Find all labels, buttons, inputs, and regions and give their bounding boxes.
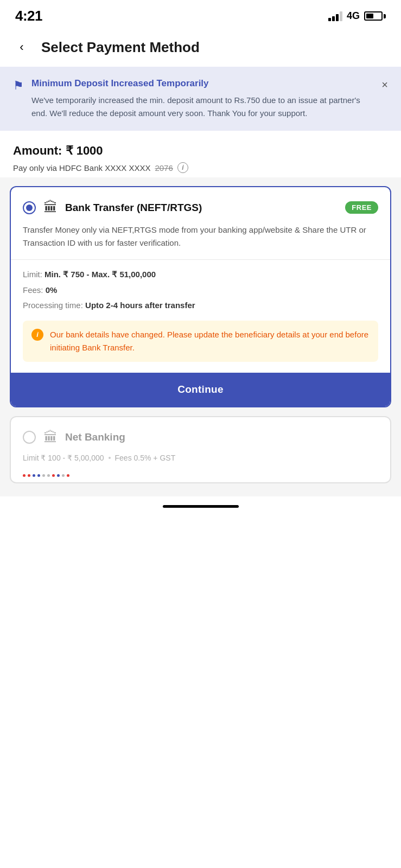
bank-transfer-card[interactable]: 🏛 Bank Transfer (NEFT/RTGS) FREE Transfe… (10, 186, 391, 407)
net-banking-meta: Limit ₹ 100 - ₹ 5,00,000 Fees 0.5% + GST (23, 454, 378, 462)
header: ‹ Select Payment Method (0, 30, 401, 67)
page-title: Select Payment Method (41, 39, 200, 56)
home-bar (163, 505, 239, 508)
notice-banner: ⚑ Minimum Deposit Increased Temporarily … (0, 67, 401, 131)
bank-icon: 🏛 (43, 199, 58, 216)
net-banking-header: 🏛 Net Banking (23, 429, 378, 446)
bank-transfer-description: Transfer Money only via NEFT,RTGS mode f… (23, 224, 378, 250)
fees-value: 0% (46, 285, 58, 295)
dot-4 (37, 474, 40, 477)
meta-dot (109, 457, 111, 459)
status-bar: 4:21 4G (0, 0, 401, 30)
network-type: 4G (347, 10, 360, 22)
dot-7 (52, 474, 55, 477)
signal-bar-1 (328, 18, 331, 21)
account-number: 2076 (155, 163, 173, 173)
net-banking-fees: Fees 0.5% + GST (115, 454, 176, 462)
warning-text: Our bank details have changed. Please up… (50, 328, 370, 354)
dot-6 (47, 474, 50, 477)
dot-9 (62, 474, 65, 477)
signal-icon (328, 11, 342, 21)
card-divider (11, 259, 390, 260)
notice-content: ⚑ Minimum Deposit Increased Temporarily … (13, 78, 373, 120)
notice-close-button[interactable]: × (381, 79, 388, 91)
battery-fill (366, 14, 373, 18)
warning-box: i Our bank details have changed. Please … (23, 321, 378, 362)
battery-tip (384, 14, 386, 18)
card-header: 🏛 Bank Transfer (NEFT/RTGS) FREE (23, 199, 378, 216)
status-time: 4:21 (15, 8, 42, 24)
pay-via-text: Pay only via HDFC Bank XXXX XXXX 2076 i (13, 162, 388, 173)
processing-row: Processing time: Upto 2-4 hours after tr… (23, 299, 378, 312)
dot-5 (42, 474, 45, 477)
flag-icon: ⚑ (13, 79, 24, 120)
notice-text-block: Minimum Deposit Increased Temporarily We… (31, 78, 373, 120)
dot-2 (28, 474, 30, 477)
status-icons: 4G (328, 10, 386, 22)
bank-transfer-title: Bank Transfer (NEFT/RTGS) (65, 202, 338, 214)
battery-icon (364, 11, 386, 21)
continue-button[interactable]: Continue (11, 373, 390, 406)
radio-inner (26, 205, 33, 211)
net-banking-title: Net Banking (65, 431, 378, 443)
pay-via-prefix: Pay only via HDFC Bank XXXX XXXX (13, 163, 150, 173)
bank-transfer-radio[interactable] (23, 201, 36, 214)
dot-8 (57, 474, 60, 477)
signal-bar-2 (332, 16, 335, 21)
processing-value: Upto 2-4 hours after transfer (85, 301, 195, 310)
card-details: Limit: Min. ₹ 750 - Max. ₹ 51,00,000 Fee… (23, 269, 378, 312)
signal-bar-4 (340, 11, 342, 21)
net-banking-radio[interactable] (23, 431, 36, 444)
net-banking-icon: 🏛 (43, 429, 58, 446)
info-icon[interactable]: i (177, 162, 188, 173)
notice-body: We've temporarily increased the min. dep… (31, 94, 373, 120)
net-banking-limit: Limit ₹ 100 - ₹ 5,00,000 (23, 454, 104, 462)
net-banking-card[interactable]: 🏛 Net Banking Limit ₹ 100 - ₹ 5,00,000 F… (10, 416, 391, 483)
amount-section: Amount: ₹ 1000 Pay only via HDFC Bank XX… (0, 131, 401, 177)
signal-bar-3 (336, 14, 339, 21)
dot-3 (33, 474, 35, 477)
processing-label: Processing time: (23, 301, 83, 310)
battery-body (364, 11, 383, 21)
limit-row: Limit: Min. ₹ 750 - Max. ₹ 51,00,000 (23, 269, 378, 281)
fees-label: Fees: (23, 285, 43, 295)
warning-icon: i (31, 329, 43, 341)
back-icon: ‹ (20, 40, 23, 54)
back-button[interactable]: ‹ (13, 39, 30, 56)
dot-10 (67, 474, 69, 477)
dot-1 (23, 474, 26, 477)
dotted-line (23, 468, 378, 482)
amount-label: Amount: ₹ 1000 (13, 144, 388, 158)
limit-value: Min. ₹ 750 - Max. ₹ 51,00,000 (44, 270, 156, 279)
home-indicator (0, 496, 401, 519)
notice-title: Minimum Deposit Increased Temporarily (31, 78, 373, 90)
limit-label: Limit: (23, 270, 42, 279)
free-badge: FREE (345, 201, 378, 214)
fees-row: Fees: 0% (23, 284, 378, 297)
payment-cards: 🏛 Bank Transfer (NEFT/RTGS) FREE Transfe… (0, 177, 401, 496)
